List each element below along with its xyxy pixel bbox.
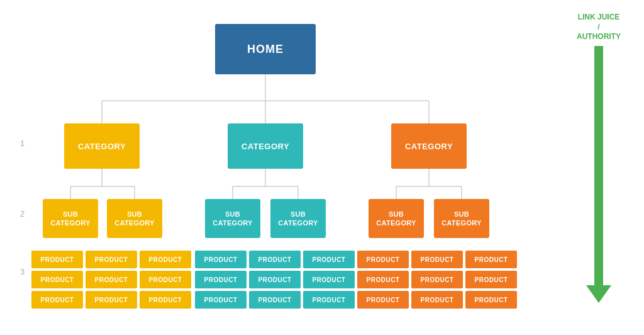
product-t-3-2: PRODUCT [249, 291, 301, 309]
product-y-3-1: PRODUCT [31, 291, 83, 309]
product-y-1-3: PRODUCT [140, 251, 191, 268]
product-t-1-2: PRODUCT [249, 251, 301, 268]
product-o-3-3: PRODUCT [465, 291, 517, 309]
link-juice-container: LINK JUICE / AUTHORITY [580, 13, 618, 303]
product-t-1-1: PRODUCT [195, 251, 247, 268]
subcat-teal-1: SUBCATEGORY [205, 199, 260, 238]
product-o-3-2: PRODUCT [411, 291, 463, 309]
arrow-head [586, 285, 611, 303]
product-o-2-2: PRODUCT [411, 271, 463, 288]
product-o-1-3: PRODUCT [465, 251, 517, 268]
product-o-2-1: PRODUCT [357, 271, 409, 288]
product-o-2-3: PRODUCT [465, 271, 517, 288]
product-y-1-1: PRODUCT [31, 251, 83, 268]
home-node: HOME [215, 24, 316, 74]
product-y-1-2: PRODUCT [86, 251, 137, 268]
category-orange: CATEGORY [391, 123, 467, 169]
product-y-2-1: PRODUCT [31, 271, 83, 288]
product-o-3-1: PRODUCT [357, 291, 409, 309]
home-label: HOME [247, 43, 284, 56]
arrow-shaft [594, 46, 603, 285]
product-o-1-2: PRODUCT [411, 251, 463, 268]
product-t-3-3: PRODUCT [303, 291, 355, 309]
level-1-label: 1 [20, 139, 25, 148]
product-o-1-1: PRODUCT [357, 251, 409, 268]
level-3-label: 3 [20, 267, 25, 276]
product-y-3-2: PRODUCT [86, 291, 137, 309]
category-yellow-label: CATEGORY [78, 142, 126, 151]
product-t-2-2: PRODUCT [249, 271, 301, 288]
category-teal-label: CATEGORY [242, 142, 289, 151]
category-teal: CATEGORY [228, 123, 303, 169]
product-y-2-3: PRODUCT [140, 271, 191, 288]
product-t-2-3: PRODUCT [303, 271, 355, 288]
category-yellow: CATEGORY [64, 123, 140, 169]
subcat-orange-1: SUBCATEGORY [369, 199, 424, 238]
diagram-container: HOME 1 CATEGORY CATEGORY CATEGORY 2 SUBC… [20, 0, 624, 335]
category-orange-label: CATEGORY [405, 142, 453, 151]
product-y-3-3: PRODUCT [140, 291, 191, 309]
subcat-yellow-1: SUBCATEGORY [43, 199, 98, 238]
subcat-orange-2: SUBCATEGORY [434, 199, 489, 238]
product-y-2-2: PRODUCT [86, 271, 137, 288]
link-juice-label: LINK JUICE / AUTHORITY [577, 13, 621, 42]
product-t-3-1: PRODUCT [195, 291, 247, 309]
subcat-teal-2: SUBCATEGORY [270, 199, 326, 238]
level-2-label: 2 [20, 209, 25, 219]
subcat-yellow-2: SUBCATEGORY [107, 199, 162, 238]
product-t-1-3: PRODUCT [303, 251, 355, 268]
product-t-2-1: PRODUCT [195, 271, 247, 288]
